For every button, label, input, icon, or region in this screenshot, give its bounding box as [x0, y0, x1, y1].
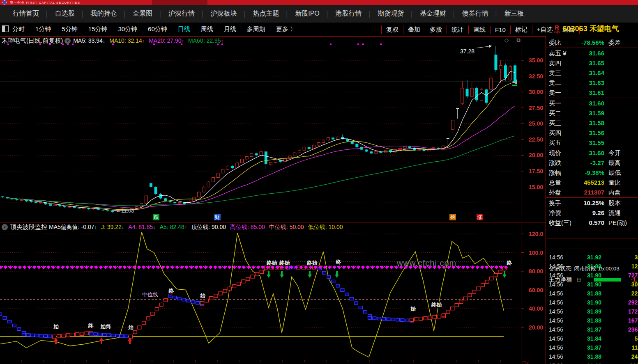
divider — [521, 36, 521, 360]
menu-item-5[interactable]: 沪深行情 — [162, 9, 201, 18]
action-button-5[interactable]: 画线 — [468, 25, 490, 34]
menu-separator: │ — [45, 11, 49, 17]
info-row: 涨跌-3.27最高 — [546, 158, 638, 167]
quote-label2: 股本 — [608, 199, 621, 208]
period-tabs: 分时1分钟5分钟15分钟30分钟60分钟日线周线月线多周期更多 〉 — [12, 23, 296, 36]
menu-item-2[interactable]: 自选股 — [49, 9, 81, 18]
tick-time: 14:56 — [549, 352, 563, 361]
tick-row-7: 14:5631.89172.8 — [546, 307, 638, 316]
menu-item-7[interactable]: 热点主题 — [247, 9, 286, 18]
stock-code-name: 603063 禾望电气 — [563, 24, 619, 34]
svg-text:80.00: 80.00 — [529, 268, 543, 275]
menu-item-11[interactable]: 基金理财 — [414, 9, 452, 18]
bid-row-1: 买一31.60 — [546, 99, 638, 108]
period-tab-2[interactable]: 1分钟 — [35, 25, 51, 33]
menu-item-10[interactable]: 期货现货 — [371, 9, 410, 18]
svg-text:始: 始 — [200, 293, 206, 299]
quote-label2: 今开 — [608, 149, 621, 158]
menu-item-9[interactable]: 港股行情 — [329, 9, 368, 18]
menu-separator: │ — [495, 11, 498, 17]
period-tab-9[interactable]: 月线 — [224, 25, 236, 33]
legend-text: A4: 81.85 — [128, 224, 153, 230]
ask-row-1: 卖一31.61 — [546, 88, 638, 97]
bid-row-2: 买二31.59 — [546, 109, 638, 118]
menu-separator: │ — [326, 11, 329, 17]
menu-item-12[interactable]: 债券行情 — [456, 9, 495, 18]
period-tab-1[interactable]: 分时 — [12, 25, 25, 33]
action-button-3[interactable]: 多股 — [425, 25, 447, 34]
quote-value: 31.56 — [546, 128, 604, 137]
indicator-legend: MA5偏离值: -0.07↓J: 39.22↓A4: 81.85↓A5: 82.… — [49, 223, 347, 231]
period-tab-4[interactable]: 15分钟 — [88, 25, 108, 33]
tick-time: 14:56 — [549, 262, 563, 271]
tick-time: 14:56 — [549, 298, 563, 307]
tick-row-10: 14:5631.845.1 — [546, 334, 638, 343]
event-tag-榜[interactable]: 榜 — [449, 214, 456, 220]
quote-value: 31.65 — [546, 59, 604, 68]
svg-text:22.50: 22.50 — [529, 136, 543, 143]
period-tab-5[interactable]: 30分钟 — [118, 25, 137, 33]
quote-value: 455213 — [546, 178, 604, 187]
tick-price: 31.90 — [567, 271, 601, 280]
event-tag-跌[interactable]: 跌 — [153, 214, 159, 220]
event-tag-涨[interactable]: 涨 — [477, 214, 483, 220]
event-tag-财[interactable]: 财 — [214, 214, 221, 220]
period-tab-6[interactable]: 60分钟 — [148, 25, 167, 33]
legend-item-1: MA5: 33.94↓ — [73, 37, 105, 44]
title-bar-tab[interactable] — [152, 0, 207, 5]
action-button-2[interactable]: 叠加 — [403, 25, 425, 34]
tick-price: 31.89 — [567, 307, 601, 316]
stock-identity: R 1000 603063 禾望电气 — [554, 24, 619, 34]
info-row: 换手10.25%股本 — [546, 199, 638, 208]
chevron-down-icon[interactable]: ▾ — [2, 224, 8, 230]
period-tab-7[interactable]: 日线 — [178, 25, 190, 33]
tick-time: 14:56 — [549, 280, 563, 289]
action-button-7[interactable]: 标记 — [510, 25, 532, 34]
main-chart-title: 禾望电气(日线.前复权) — [2, 37, 63, 45]
ask-row-4: 卖四31.65 — [546, 59, 638, 68]
chart-corner-icons[interactable]: ◇ ⧉ — [504, 37, 524, 43]
quote-panel: 委比-78.56%委差卖五 ¥31.66卖四31.65卖三31.64卖二31.6… — [546, 36, 638, 364]
svg-text:60.00: 60.00 — [529, 287, 543, 293]
menu-item-4[interactable]: 全景图 — [127, 9, 159, 18]
tick-time: 14:56 — [549, 307, 563, 316]
tick-volume: 5.1 — [603, 334, 638, 343]
menu-separator: │ — [368, 11, 372, 17]
menu-separator: │ — [452, 11, 456, 17]
legend-text: 中位线: 50.00 — [269, 224, 304, 230]
svg-text:20.00: 20.00 — [529, 152, 543, 158]
action-button-1[interactable]: 复权 — [381, 25, 403, 34]
quote-label2: 委差 — [608, 38, 621, 47]
tick-volume: 727.0 — [603, 271, 638, 280]
trend-arrow-icon: ↓ — [94, 224, 97, 230]
rights-badge-icon: R 1000 — [554, 24, 560, 33]
menu-separator: │ — [123, 11, 127, 17]
menu-item-13[interactable]: 新三板 — [498, 9, 530, 18]
svg-text:32.50: 32.50 — [529, 73, 543, 80]
period-tab-8[interactable]: 周线 — [201, 25, 213, 33]
tick-volume: 12.4 — [603, 262, 638, 271]
tick-time: 14:56 — [549, 271, 563, 280]
menu-item-8[interactable]: 新股IPO — [289, 9, 326, 18]
menu-item-3[interactable]: 我的持仓 — [85, 9, 123, 18]
tick-price: 31.90 — [567, 298, 601, 307]
tick-row-9: 14:5631.87236.2 — [546, 325, 638, 334]
menu-item-1[interactable]: 行情首页 — [7, 9, 45, 18]
sidebar-toggle-icon[interactable] — [2, 25, 9, 32]
trend-arrow-icon: ↑ — [221, 38, 223, 44]
period-tab-11[interactable]: 更多 〉 — [276, 25, 296, 33]
bid-row-3: 买三31.58 — [546, 119, 638, 128]
info-row: 总量455213量比 — [546, 178, 638, 187]
action-button-6[interactable]: F10 — [490, 26, 510, 34]
chevron-down-icon[interactable]: ▾ — [64, 38, 71, 44]
period-tab-10[interactable]: 多周期 — [247, 25, 265, 33]
svg-text:37.28: 37.28 — [460, 48, 474, 55]
menu-item-6[interactable]: 沪深板块 — [205, 9, 243, 18]
tick-volume: 172.8 — [603, 307, 638, 316]
action-button-4[interactable]: 统计 — [447, 25, 468, 34]
quote-value: 31.61 — [546, 88, 604, 97]
chart-canvas[interactable]: 35.0032.5030.0027.5025.0022.5020.0017.50… — [0, 36, 546, 364]
quote-value: -78.56% — [546, 38, 604, 47]
legend-item-2: J: 39.22↓ — [101, 224, 124, 230]
period-tab-3[interactable]: 5分钟 — [62, 25, 77, 33]
